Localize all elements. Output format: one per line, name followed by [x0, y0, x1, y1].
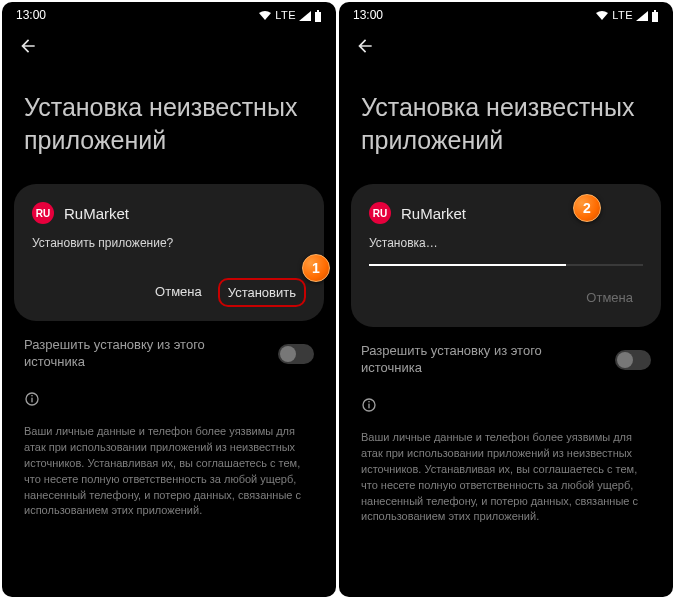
permission-toggle[interactable]: [615, 350, 651, 370]
svg-rect-1: [317, 10, 319, 12]
screenshot-left: 13:00 LTE Установка неизвестных приложен…: [2, 2, 336, 597]
signal-icon: [636, 11, 648, 21]
network-label: LTE: [275, 9, 296, 21]
app-icon: RU: [369, 202, 391, 224]
cancel-button[interactable]: Отмена: [576, 284, 643, 311]
dialog-message: Установить приложение?: [32, 236, 306, 250]
back-arrow-icon: [18, 36, 38, 56]
status-time: 13:00: [16, 8, 46, 22]
status-indicators: LTE: [258, 9, 322, 21]
network-label: LTE: [612, 9, 633, 21]
warning-text: Ваши личные данные и телефон более уязви…: [2, 410, 336, 520]
wifi-icon: [258, 11, 272, 21]
svg-rect-5: [652, 12, 658, 22]
svg-rect-9: [368, 401, 369, 402]
app-icon: RU: [32, 202, 54, 224]
permission-label: Разрешить установку из этого источника: [361, 343, 591, 377]
screenshot-right: 13:00 LTE Установка неизвестных приложен…: [339, 2, 673, 597]
permission-label: Разрешить установку из этого источника: [24, 337, 254, 371]
signal-icon: [299, 11, 311, 21]
info-icon: [339, 377, 673, 416]
info-icon: [2, 371, 336, 410]
cancel-button[interactable]: Отмена: [145, 278, 212, 307]
annotation-marker-2: 2: [573, 194, 601, 222]
warning-text: Ваши личные данные и телефон более уязви…: [339, 416, 673, 526]
wifi-icon: [595, 11, 609, 21]
svg-rect-4: [31, 395, 32, 396]
installing-dialog: RU RuMarket Установка… Отмена 2: [351, 184, 661, 327]
progress-fill: [369, 264, 566, 266]
svg-rect-0: [315, 12, 321, 22]
battery-icon: [651, 10, 659, 22]
progress-bar: [369, 264, 643, 266]
status-bar: 13:00 LTE: [2, 2, 336, 26]
svg-rect-8: [368, 403, 369, 408]
annotation-marker-1: 1: [302, 254, 330, 282]
status-bar: 13:00 LTE: [339, 2, 673, 26]
permission-toggle[interactable]: [278, 344, 314, 364]
install-dialog: RU RuMarket Установить приложение? Отмен…: [14, 184, 324, 321]
back-button[interactable]: [339, 26, 673, 61]
status-indicators: LTE: [595, 9, 659, 21]
app-name: RuMarket: [64, 205, 129, 222]
dialog-message: Установка…: [369, 236, 643, 250]
app-name: RuMarket: [401, 205, 466, 222]
back-arrow-icon: [355, 36, 375, 56]
battery-icon: [314, 10, 322, 22]
install-button[interactable]: Установить: [218, 278, 306, 307]
page-title: Установка неизвестных приложений: [339, 61, 673, 176]
status-time: 13:00: [353, 8, 383, 22]
back-button[interactable]: [2, 26, 336, 61]
page-title: Установка неизвестных приложений: [2, 61, 336, 176]
svg-rect-6: [654, 10, 656, 12]
svg-rect-3: [31, 397, 32, 402]
